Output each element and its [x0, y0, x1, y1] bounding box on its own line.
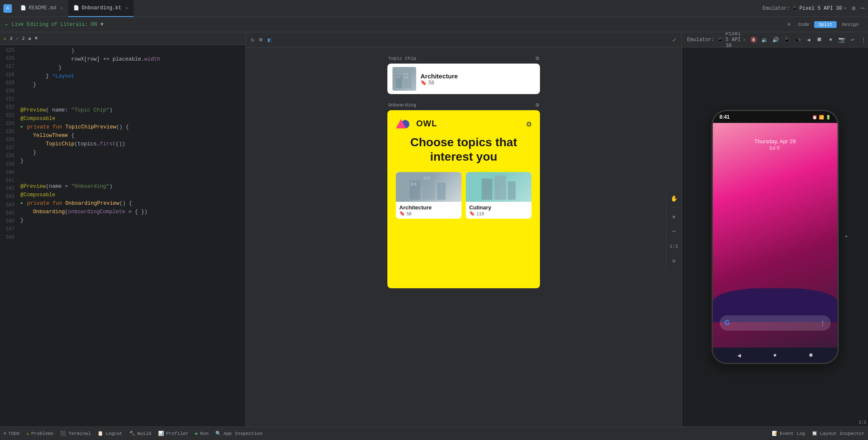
em-sound-off[interactable]: 🔇	[749, 36, 758, 44]
svg-rect-4	[404, 73, 406, 75]
minimize-icon[interactable]: ─	[860, 5, 865, 12]
phone-back-btn[interactable]: ◀	[737, 352, 741, 359]
emulator-label-text: Emulator:	[687, 37, 715, 43]
topic-chip-name: Architecture	[420, 72, 535, 80]
em-more[interactable]: ⋮	[860, 36, 868, 44]
topic-card-architecture: Architecture 🔖 58	[396, 172, 462, 219]
zoom-out-btn[interactable]: −	[668, 226, 680, 238]
code-editor: ⚠ 3 ✓ 2 ▲ ▼ 325 326 327 328 329 330 331 …	[0, 32, 246, 426]
layers-btn[interactable]: ◧	[268, 36, 271, 43]
fit-screen-btn[interactable]: ⊡	[668, 255, 680, 267]
onboarding-tab-label: Onboarding.kt	[82, 5, 122, 11]
gutter-icon-343[interactable]: ●	[20, 200, 27, 207]
hand-tool-btn[interactable]: ✋	[668, 192, 680, 204]
code-line-325: )	[20, 47, 242, 55]
line-numbers: 325 326 327 328 329 330 331 332 333 334 …	[0, 45, 17, 426]
split-view-btn[interactable]: Split	[814, 21, 837, 28]
topic-chip-header: Topic Chip ⧉	[387, 56, 540, 61]
em-record[interactable]: ●	[826, 36, 835, 44]
app-inspection-item[interactable]: 🔍 App Inspection	[215, 431, 262, 436]
top-toolbar: A 📄 README.md ✕ 📄 Onboarding.kt ✕ Emulat…	[0, 0, 868, 17]
em-rotate-landscape[interactable]: 📱	[793, 36, 802, 44]
cul-count-value: 118	[476, 211, 484, 216]
code-line-334: ● private fun TopicChipPreview() {	[20, 123, 242, 131]
code-view-btn[interactable]: Code	[794, 21, 813, 28]
phone-icon-small: 📱	[792, 6, 798, 11]
onboarding-section: Onboarding ⧉ OWL ⚙	[387, 103, 540, 288]
build-item[interactable]: 🔨 Build	[129, 431, 151, 436]
topic-chip-copy-btn[interactable]: ⧉	[536, 56, 539, 61]
event-log-item[interactable]: 📝 Event Log	[772, 431, 805, 436]
tab-readme[interactable]: 📄 README.md ✕	[15, 0, 68, 17]
svg-rect-14	[428, 176, 430, 180]
em-volume-up[interactable]: 🔊	[771, 36, 780, 44]
code-line-336: TopicChip(topics.first())	[20, 140, 242, 148]
warn-icon: ⚠	[3, 36, 6, 41]
collapse-up[interactable]: ▲	[28, 36, 31, 42]
collapse-down[interactable]: ▼	[35, 36, 38, 42]
onboarding-section-label: Onboarding	[388, 103, 416, 108]
topic-card-arch-info: Architecture 🔖 58	[396, 202, 462, 219]
tab-onboarding[interactable]: 📄 Onboarding.kt ✕	[68, 0, 134, 17]
editor-toolbar: ⚠ 3 ✓ 2 ▲ ▼	[0, 32, 245, 45]
cul-building-svg	[466, 172, 531, 202]
em-screenshot[interactable]: 📷	[837, 36, 846, 44]
phone-screen[interactable]: Thursday, Apr 29 64°F 💬 ⬤	[713, 123, 837, 348]
onboarding-file-icon: 📄	[73, 5, 79, 11]
grid-layout-btn[interactable]: ⊞	[259, 36, 263, 43]
layout-inspector-label: Layout Inspector	[820, 431, 865, 436]
topic-card-cul-name: Culinary	[469, 204, 528, 211]
zoom-label: 1:1	[859, 420, 866, 425]
readme-file-icon: 📄	[20, 5, 26, 11]
device-close[interactable]: ✕	[844, 5, 847, 11]
logcat-label: Logcat	[106, 431, 122, 436]
live-edit-dropdown[interactable]: ▼	[100, 22, 103, 28]
logcat-item[interactable]: 📋 Logcat	[97, 431, 122, 436]
onboarding-copy-btn[interactable]: ⧉	[536, 103, 539, 108]
emulator-toolbar: Emulator: 📱 Pixel 5 API 30 ✕ 🔇 🔉 🔊 📱 📱 ◀…	[682, 32, 868, 47]
em-volume-down[interactable]: 🔉	[760, 36, 769, 44]
em-prev[interactable]: ◀	[804, 36, 813, 44]
settings-icon[interactable]: ⚙	[852, 5, 855, 12]
zoom-in-btn[interactable]: +	[668, 212, 680, 223]
owl-triangle	[396, 119, 406, 128]
bookmark-icon-chip: 🔖	[420, 80, 427, 86]
topic-chip-card: Architecture 🔖 58	[387, 64, 540, 94]
readme-tab-close[interactable]: ✕	[61, 6, 63, 11]
gutter-icon-334[interactable]: ●	[20, 124, 27, 131]
em-rewind[interactable]: ↩	[849, 36, 857, 44]
layout-inspector-icon: 🔲	[812, 431, 818, 436]
view-buttons: Code Split Design	[794, 21, 863, 28]
reset-zoom-btn[interactable]: 1:1	[668, 240, 680, 252]
phone-home-btn[interactable]: ●	[773, 352, 776, 359]
emulator-add-btn[interactable]: +	[842, 233, 851, 241]
terminal-item[interactable]: ⬛ Terminal	[60, 431, 91, 436]
preview-ok-icon: ✓	[672, 36, 676, 44]
editor-content: 325 326 327 328 329 330 331 332 333 334 …	[0, 45, 245, 426]
run-item[interactable]: ▶ Run	[195, 431, 209, 436]
onboarding-tab-close[interactable]: ✕	[125, 6, 128, 11]
profiler-item[interactable]: 📊 Profiler	[158, 431, 189, 436]
em-stop[interactable]: ⏹	[815, 36, 824, 44]
emulator-side-controls: +	[842, 233, 851, 241]
topic-card-cul-count: 🔖 118	[469, 211, 528, 216]
readme-tab-label: README.md	[29, 5, 56, 11]
svg-rect-3	[399, 76, 400, 78]
onboarding-header: Onboarding ⧉	[387, 103, 540, 108]
phone-signal-icon: 📶	[819, 115, 824, 120]
svg-rect-5	[406, 73, 408, 75]
onboarding-gear-icon[interactable]: ⚙	[526, 119, 531, 129]
emulator-wrapper: 8:41 ⏰ 📶 🔋 Thursday, Apr 29 64°F	[712, 110, 839, 364]
topic-card-cul-info: Culinary 🔖 118	[466, 202, 531, 219]
layout-inspector-item[interactable]: 🔲 Layout Inspector	[812, 431, 865, 436]
phone-search-bar[interactable]: G ⋮	[720, 315, 831, 331]
refresh-preview-btn[interactable]: ↻	[251, 36, 254, 43]
code-area[interactable]: ) rowX[row] += placeable.width } } ^Layo…	[17, 45, 245, 426]
todo-icon: ≡	[3, 431, 6, 436]
em-rotate-portrait[interactable]: 📱	[782, 36, 791, 44]
emulator-device-close[interactable]: ✕	[743, 37, 746, 42]
phone-recents-btn[interactable]: ■	[809, 352, 812, 359]
todo-item[interactable]: ≡ TODO	[3, 431, 19, 436]
problems-item[interactable]: ⚠ Problems	[26, 431, 53, 436]
design-view-btn[interactable]: Design	[837, 21, 863, 28]
